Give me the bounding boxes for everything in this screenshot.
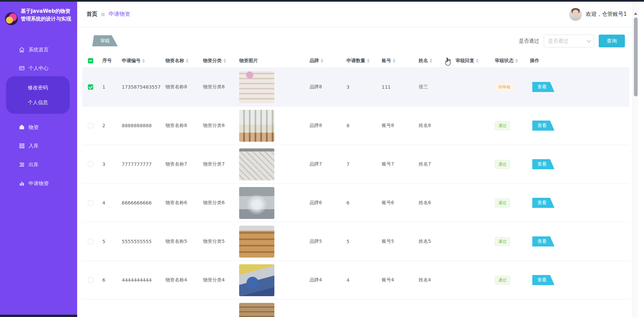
filter-bar: 是否通过 是否通过 查询 xyxy=(519,35,625,47)
view-button[interactable]: 查看 xyxy=(532,82,554,92)
egg-cartons-photo[interactable] xyxy=(239,71,274,103)
row-checkbox[interactable] xyxy=(88,277,93,283)
table-row: 3 7777777777 物资名称7 物资分类7 品牌7 7 账号7 姓名7 通… xyxy=(82,145,629,184)
table-header-row: 序号 申请编号 物资名称 物资分类 物资图片 品牌 申请数量 账号 姓名 审核回… xyxy=(82,54,629,68)
select-all-checkbox[interactable] xyxy=(88,58,93,63)
cell-category: 物资分类8 xyxy=(200,123,236,129)
user-area: 欢迎，仓管账号1 xyxy=(569,8,627,21)
cell-seq: 1 xyxy=(99,84,118,90)
column-header[interactable]: 审核状态 xyxy=(491,58,527,64)
app-page: 基于JavaWeb的物资管理系统的设计与实现 系统首页 个人中心 修改密码 个人… xyxy=(0,0,644,317)
cell-seq: 4 xyxy=(99,200,118,206)
cell-qty: 7 xyxy=(343,162,378,167)
scrollbar-thumb[interactable] xyxy=(634,17,638,96)
sort-icons[interactable] xyxy=(393,59,395,63)
sort-icons[interactable] xyxy=(515,59,518,63)
warehouse-shelving-photo[interactable] xyxy=(239,303,274,317)
worker-sorting-photo[interactable] xyxy=(239,264,274,296)
table-row: 5 5555555555 物资名称5 物资分类5 品牌5 5 账号5 姓名5 通… xyxy=(82,222,629,261)
sort-icons[interactable] xyxy=(367,59,370,63)
briefcase-icon xyxy=(19,124,25,130)
column-header[interactable]: 姓名 xyxy=(415,58,452,64)
cell-apply-no: 8888888888 xyxy=(118,123,162,128)
sort-icons[interactable] xyxy=(142,59,145,63)
scroll-up-arrow-icon[interactable] xyxy=(634,12,637,15)
cell-qty: 5 xyxy=(343,239,378,244)
table-body: 1 1735875483557 物资名称8 物资分类8 品牌8 3 111 张三… xyxy=(82,68,629,317)
status-badge: 通过 xyxy=(495,198,510,208)
cell-apply-no: 4444444444 xyxy=(118,277,162,283)
row-checkbox[interactable] xyxy=(88,200,93,206)
cell-category: 物资分类7 xyxy=(200,161,236,167)
view-button[interactable]: 查看 xyxy=(532,236,554,246)
sidebar-item-inbound[interactable]: 入库 xyxy=(0,139,77,152)
cell-qty: 4 xyxy=(343,277,378,283)
bottom-dark-strip xyxy=(0,315,77,317)
column-header[interactable]: 账号 xyxy=(378,58,415,64)
cell-apply-no: 7777777777 xyxy=(118,162,162,167)
cell-qty: 3 xyxy=(343,84,378,90)
pass-filter-select[interactable]: 是否通过 xyxy=(544,35,594,47)
cell-account: 111 xyxy=(378,84,415,90)
row-checkbox[interactable] xyxy=(88,84,93,90)
sidebar-item-apply-materials[interactable]: 申请物资 xyxy=(0,177,77,190)
sidebar-item-outbound[interactable]: 出库 xyxy=(0,158,77,171)
sack-pile-photo[interactable] xyxy=(239,148,274,180)
bar-chart-icon xyxy=(19,180,25,186)
warehouse-aisle-photo[interactable] xyxy=(239,187,274,219)
select-placeholder: 是否通过 xyxy=(548,38,568,44)
sidebar-item-materials[interactable]: 物资 xyxy=(0,121,77,134)
cell-seq: 5 xyxy=(99,239,118,244)
sidebar-item-label: 出库 xyxy=(29,162,39,168)
column-header[interactable]: 物资图片 xyxy=(236,58,306,64)
column-header[interactable]: 品牌 xyxy=(306,58,343,64)
submenu-item-change-password[interactable]: 修改密码 xyxy=(6,82,70,94)
column-header[interactable]: 物资分类 xyxy=(200,58,236,64)
view-button[interactable]: 查看 xyxy=(532,198,554,208)
cell-brand: 品牌4 xyxy=(306,277,343,283)
cell-category: 物资分类4 xyxy=(200,277,236,283)
sort-icons[interactable] xyxy=(186,59,189,63)
column-header[interactable]: 审核回复 xyxy=(452,58,491,64)
sidebar-item-home[interactable]: 系统首页 xyxy=(0,43,77,56)
view-button[interactable]: 查看 xyxy=(532,121,554,131)
breadcrumb: 首页 申请物资 xyxy=(87,11,130,18)
sidebar: 基于JavaWeb的物资管理系统的设计与实现 系统首页 个人中心 修改密码 个人… xyxy=(0,2,77,315)
cell-material-name: 物资名称5 xyxy=(162,238,200,244)
vertical-scrollbar[interactable] xyxy=(633,2,638,317)
row-checkbox[interactable] xyxy=(88,162,93,167)
pallet-boxes-photo[interactable] xyxy=(239,226,274,258)
cell-seq: 3 xyxy=(99,162,118,167)
submenu-item-profile-info[interactable]: 个人信息 xyxy=(6,96,70,108)
row-checkbox[interactable] xyxy=(88,239,93,244)
column-header[interactable]: 物资名称 xyxy=(162,58,200,64)
sort-icons[interactable] xyxy=(476,59,479,63)
sort-icons[interactable] xyxy=(223,59,226,63)
column-header[interactable]: 操作 xyxy=(527,58,629,64)
status-badge: 通过 xyxy=(495,237,510,246)
grid-icon xyxy=(19,143,25,149)
column-header[interactable]: 申请编号 xyxy=(118,58,162,64)
sidebar-item-label: 系统首页 xyxy=(29,47,49,53)
sidebar-item-profile-center[interactable]: 个人中心 xyxy=(0,61,77,75)
grain-silos-photo[interactable] xyxy=(239,110,274,142)
tab-audit[interactable]: 审核 xyxy=(92,35,118,46)
user-avatar[interactable] xyxy=(569,8,582,21)
sort-icons[interactable] xyxy=(430,59,432,63)
search-button[interactable]: 查询 xyxy=(599,35,625,47)
home-icon xyxy=(19,47,25,53)
column-header[interactable]: 申请数量 xyxy=(343,58,378,64)
cell-brand: 品牌7 xyxy=(306,161,343,167)
table-row: 6 4444444444 物资名称4 物资分类4 品牌4 4 账号4 姓名4 通… xyxy=(82,261,629,300)
view-button[interactable]: 查看 xyxy=(532,275,554,285)
column-header[interactable]: 序号 xyxy=(99,58,118,64)
topbar: 首页 申请物资 欢迎，仓管账号1 xyxy=(77,2,638,27)
cell-person: 张三 xyxy=(415,84,452,90)
sort-icons[interactable] xyxy=(321,59,323,63)
sidebar-item-label: 物资 xyxy=(29,124,39,131)
row-checkbox[interactable] xyxy=(88,123,93,128)
view-button[interactable]: 查看 xyxy=(532,159,554,169)
breadcrumb-home[interactable]: 首页 xyxy=(87,11,97,18)
table-row: 2 8888888888 物资名称8 物资分类8 品牌8 8 账号8 姓名8 通… xyxy=(82,106,629,145)
cell-material-name: 物资名称7 xyxy=(162,161,200,167)
